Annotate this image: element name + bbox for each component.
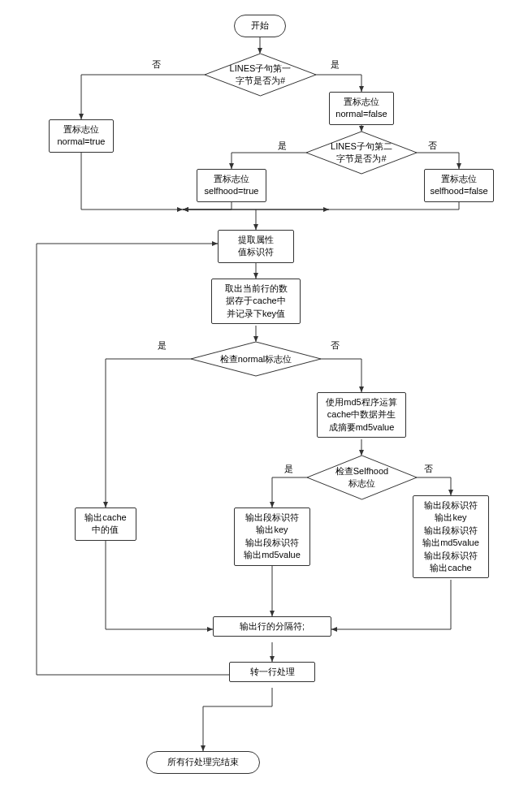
edge-label-yes: 是 xyxy=(283,463,295,475)
set-normal-true: 置标志位normal=true xyxy=(49,119,114,153)
extract-attr: 提取属性值标识符 xyxy=(218,230,294,263)
edge-label-no: 否 xyxy=(422,463,435,475)
output-b: 输出段标识符输出key输出段标识符输出md5value输出段标识符输出cache xyxy=(413,495,489,578)
node-label: 输出行的分隔符; xyxy=(240,620,305,633)
node-label: 输出段标识符输出key输出段标识符输出md5value xyxy=(244,512,301,562)
node-label: LINES子句第一字节是否为# xyxy=(205,63,316,87)
node-label: 置标志位selfhood=true xyxy=(205,173,259,198)
node-label: 输出cache中的值 xyxy=(84,512,126,537)
edge-label-yes: 是 xyxy=(156,339,168,352)
node-label: 转一行处理 xyxy=(250,666,295,678)
output-a: 输出段标识符输出key输出段标识符输出md5value xyxy=(234,508,310,566)
decision-first-byte: LINES子句第一字节是否为# xyxy=(205,54,316,96)
set-normal-false: 置标志位normal=false xyxy=(329,92,394,125)
edge-label-no: 否 xyxy=(426,140,439,152)
edge-label-yes: 是 xyxy=(276,140,288,152)
node-label: 开始 xyxy=(251,19,269,32)
start-node: 开始 xyxy=(234,15,286,37)
output-separator: 输出行的分隔符; xyxy=(213,616,331,637)
set-selfhood-true: 置标志位selfhood=true xyxy=(197,169,266,202)
compute-md5: 使用md5程序运算cache中数据并生成摘要md5value xyxy=(317,392,406,438)
node-label: 所有行处理完结束 xyxy=(167,756,239,768)
edge-label-no: 否 xyxy=(150,58,162,71)
node-label: 置标志位selfhood=false xyxy=(430,173,487,198)
edge-label-no: 否 xyxy=(329,339,341,352)
node-label: 置标志位normal=false xyxy=(335,96,387,121)
decision-second-byte: LINES子句第二字节是否为# xyxy=(306,132,417,174)
decision-selfhood-flag: 检查Selfhood标志位 xyxy=(307,456,417,499)
node-label: LINES子句第二字节是否为# xyxy=(306,140,417,165)
output-cache: 输出cache中的值 xyxy=(75,508,136,541)
edge-label-yes: 是 xyxy=(329,58,341,71)
node-label: 取出当前行的数据存于cache中并记录下key值 xyxy=(225,283,288,320)
node-label: 检查normal标志位 xyxy=(191,353,321,365)
node-label: 检查Selfhood标志位 xyxy=(307,465,417,490)
end-node: 所有行处理完结束 xyxy=(146,751,260,774)
node-label: 输出段标识符输出key输出段标识符输出md5value输出段标识符输出cache xyxy=(422,499,479,574)
cache-row: 取出当前行的数据存于cache中并记录下key值 xyxy=(211,279,301,324)
decision-normal-flag: 检查normal标志位 xyxy=(191,342,321,376)
node-label: 提取属性值标识符 xyxy=(238,234,274,259)
next-row: 转一行处理 xyxy=(229,662,315,682)
set-selfhood-false: 置标志位selfhood=false xyxy=(424,169,494,202)
node-label: 置标志位normal=true xyxy=(57,123,105,149)
node-label: 使用md5程序运算cache中数据并生成摘要md5value xyxy=(326,396,396,434)
